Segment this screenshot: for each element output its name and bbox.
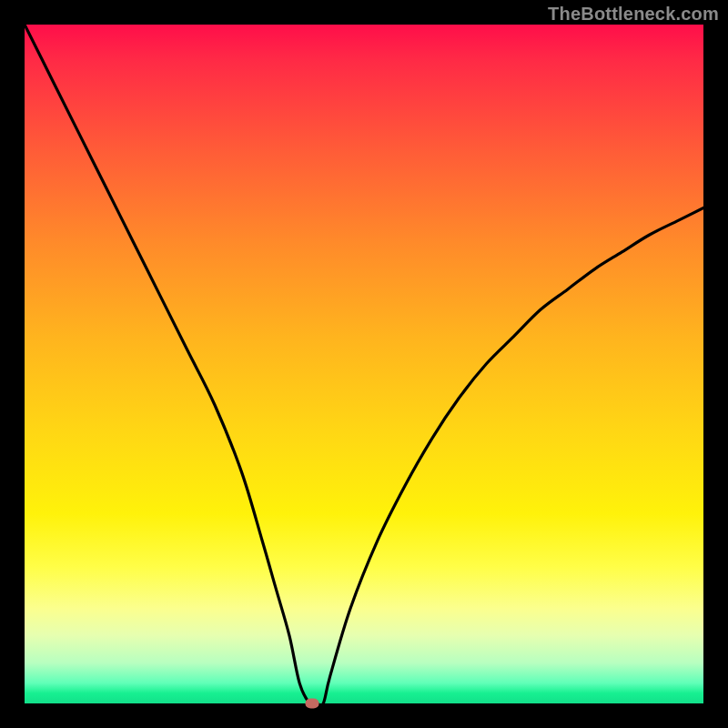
plot-area [25,25,703,703]
optimum-marker [305,699,318,709]
bottleneck-curve [25,25,703,703]
watermark-text: TheBottleneck.com [548,4,719,25]
chart-frame: TheBottleneck.com [0,0,728,728]
